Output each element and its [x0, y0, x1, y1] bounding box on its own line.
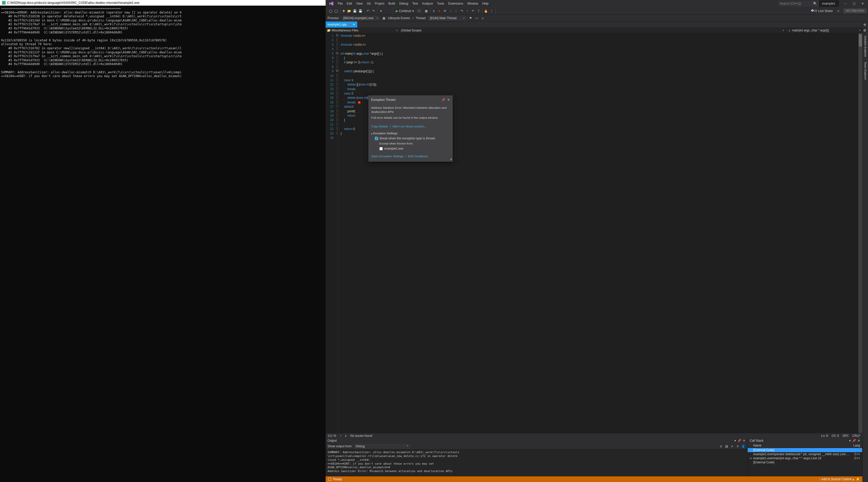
save-icon[interactable]: 💾	[353, 9, 357, 13]
maximize-button[interactable]: ▢	[850, 1, 858, 7]
editor-vertical-scrollbar[interactable]	[858, 33, 862, 433]
menu-analyze[interactable]: Analyze	[420, 1, 435, 6]
debug-target-icon[interactable]: 🖵	[417, 9, 421, 13]
step-back-icon[interactable]: ↶	[471, 9, 475, 13]
callstack-rows[interactable]: [External Code]example1.exe!operator del…	[748, 448, 862, 476]
output-clear-icon[interactable]: ⎚	[719, 444, 723, 448]
continue-dropdown-icon[interactable]: ▾	[412, 9, 414, 13]
restart-icon[interactable]: ⟳	[443, 9, 447, 13]
side-settings-icon[interactable]: ✿	[863, 29, 867, 33]
line-indicator[interactable]: Ln: 6	[822, 434, 828, 437]
nav-back-icon[interactable]: ◯	[329, 9, 333, 13]
new-item-icon[interactable]: ✚	[342, 9, 346, 13]
output-pin-icon[interactable]: 📌	[738, 439, 741, 443]
menu-project[interactable]: Project	[373, 1, 386, 6]
callstack-row[interactable]: [External Code]	[748, 460, 862, 464]
code-editor[interactable]: 123456789101112131415161718192021222324 …	[326, 33, 863, 433]
step-icon[interactable]: ⤴	[476, 9, 480, 13]
lineending-indicator[interactable]: CRLF	[852, 434, 860, 437]
side-tab-solution-explorer[interactable]: Solution Explorer	[863, 34, 867, 59]
hot-reload-icon[interactable]: 🔥	[484, 9, 488, 13]
menu-file[interactable]: File	[336, 1, 345, 6]
nav-project-combo[interactable]: 📁 Miscellaneous Files	[326, 28, 400, 33]
callstack-row[interactable]: [External Code]	[748, 448, 862, 452]
minimize-button[interactable]: ─	[841, 1, 850, 7]
output-list-icon[interactable]: ≡	[736, 444, 740, 448]
debug-windows-icon[interactable]: ▦	[424, 9, 428, 13]
open-exception-settings-link[interactable]: Open Exception Settings	[371, 155, 404, 158]
callstack-lang-header[interactable]: Lang	[853, 444, 860, 447]
step-over-icon[interactable]: ↷	[460, 9, 464, 13]
menu-edit[interactable]: Edit	[345, 1, 354, 6]
redo-icon[interactable]: ↷	[372, 9, 376, 13]
error-glyph-icon[interactable]	[358, 101, 361, 104]
process-combo[interactable]: [58104] example1.exe	[341, 16, 380, 21]
live-share-button[interactable]: �대 Live Share	[809, 9, 835, 13]
output-wrap-icon[interactable]: ↲	[730, 444, 734, 448]
menu-debug[interactable]: Debug	[397, 1, 410, 6]
code-text[interactable]: #include <stdio.h> #include <stdlib.h> i…	[339, 33, 858, 433]
nav-fwd-icon[interactable]: ◯	[334, 9, 338, 13]
menu-tools[interactable]: Tools	[435, 1, 446, 6]
undo-icon[interactable]: ↶	[366, 9, 370, 13]
config-dropdown[interactable]: ▾	[379, 9, 383, 13]
zoom-level[interactable]: 111 %	[328, 434, 336, 437]
output-toggle-icon[interactable]: ▤	[724, 444, 728, 448]
output-scroll-icon[interactable]: ⤓	[741, 444, 745, 448]
stop-icon[interactable]: ■	[437, 9, 441, 13]
step-into-icon[interactable]: ↓	[454, 9, 458, 13]
callstack-pin-icon[interactable]: 📌	[852, 439, 856, 443]
nav-member-combo[interactable]: ⬧ main(int argc, char * argv[])	[786, 28, 862, 33]
console-output[interactable]: ========================================…	[0, 6, 326, 79]
output-dropdown-icon[interactable]: ▾	[734, 439, 736, 443]
search-box[interactable]: Search (Ctrl+Q) 🔍	[778, 1, 819, 6]
thread-icon[interactable]: ⎌	[480, 16, 485, 20]
feedback-icon[interactable]: ☺	[836, 9, 840, 13]
output-close-icon[interactable]: ✕	[743, 439, 745, 443]
close-tab-icon[interactable]: ✕	[353, 23, 355, 26]
char-indicator[interactable]: Ch: 5	[832, 434, 839, 437]
start-liveshare-link[interactable]: Start Live Share session...	[393, 125, 427, 128]
thread-combo[interactable]: [8184] Main Thread	[428, 16, 466, 21]
step-out-icon[interactable]: ↑	[465, 9, 469, 13]
lifecycle-icon[interactable]: ▦	[382, 16, 386, 20]
outlining-margin[interactable]: ⊟│││⊟│││⊟││││││││││││││	[336, 33, 339, 433]
menu-view[interactable]: View	[354, 1, 365, 6]
flag-icon[interactable]: ⚑	[468, 16, 472, 20]
notifications-icon[interactable]: 🔔	[856, 477, 860, 481]
resize-grip-icon[interactable]: ◢	[450, 157, 452, 161]
copy-details-link[interactable]: Copy Details	[371, 125, 388, 128]
except-module-checkbox[interactable]	[379, 147, 383, 150]
edit-conditions-link[interactable]: Edit Conditions	[408, 155, 428, 158]
add-source-control-button[interactable]: ↑ Add to Source Control ▴	[819, 477, 854, 481]
side-config-icon[interactable]: ⚙	[863, 23, 867, 27]
break-on-exception-checkbox[interactable]	[375, 137, 378, 140]
issues-text[interactable]: No issues found	[350, 434, 372, 437]
menu-test[interactable]: Test	[410, 1, 420, 6]
callstack-dropdown-icon[interactable]: ▾	[849, 439, 851, 443]
continue-button[interactable]: ▶ Continue ▾	[394, 9, 415, 13]
callstack-row[interactable]: ➪example1.exe!main(int argc, char * * ar…	[748, 456, 862, 460]
output-source-combo[interactable]: Debug	[354, 444, 410, 449]
stack-frame-icon[interactable]: ▭	[474, 16, 478, 20]
popup-pin-icon[interactable]: 📌	[441, 98, 445, 102]
callstack-row[interactable]: example1.exe!operator delete(void * ptr,…	[748, 452, 862, 456]
popup-close-icon[interactable]: ✕	[447, 98, 450, 102]
exception-settings-header[interactable]: Exception Settings	[371, 131, 450, 136]
document-well-tab[interactable]: example1	[819, 0, 839, 7]
break-all-icon[interactable]: ⏸	[432, 9, 436, 13]
indent-indicator[interactable]: SPC	[842, 434, 849, 437]
tools-icon[interactable]: ⋮	[490, 9, 494, 13]
side-tab-team-explorer[interactable]: Team Explorer	[863, 60, 867, 82]
close-button[interactable]: ✕	[858, 1, 867, 7]
menu-window[interactable]: Window	[465, 1, 480, 6]
menu-help[interactable]: Help	[480, 1, 491, 6]
menu-git[interactable]: Git	[365, 1, 373, 6]
pin-icon[interactable]: 📌	[348, 23, 351, 26]
lifecycle-label[interactable]: Lifecycle Events	[388, 16, 410, 20]
show-next-icon[interactable]: →	[448, 9, 453, 13]
callstack-name-header[interactable]: Name	[753, 444, 853, 447]
console-titlebar[interactable]: C:\MSDN\cpp-docs-pr\docs\c-language\ASAN…	[0, 0, 326, 6]
open-icon[interactable]: 📂	[347, 9, 351, 13]
file-tab-example1[interactable]: example1.cpp 📌 ✕	[326, 22, 358, 28]
